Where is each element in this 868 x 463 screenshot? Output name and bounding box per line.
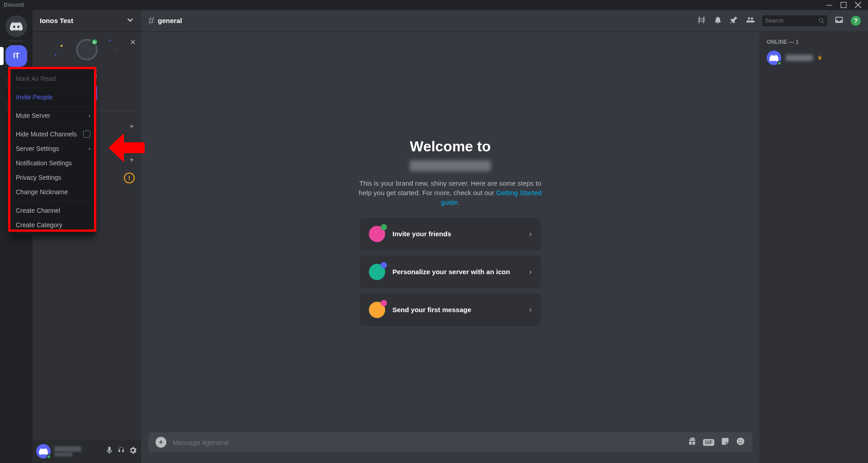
- card-label: Invite your friends: [392, 230, 522, 238]
- maximize-button[interactable]: [837, 0, 850, 10]
- attach-plus-icon[interactable]: +: [156, 437, 166, 448]
- server-initials: IT: [13, 52, 19, 60]
- server-owner-crown-icon: ♛: [817, 55, 822, 61]
- welcome-server-name: [410, 160, 491, 171]
- welcome-card-personalize[interactable]: Personalize your server with an icon ›: [360, 256, 541, 288]
- hash-icon: #: [148, 14, 154, 27]
- chevron-right-icon: ›: [89, 145, 90, 152]
- welcome-description: This is your brand new, shiny server. He…: [355, 178, 545, 207]
- menu-mute-server[interactable]: Mute Server›: [11, 108, 95, 123]
- menu-separator: [15, 125, 91, 125]
- menu-separator: [15, 106, 91, 107]
- user-panel: [33, 440, 141, 463]
- gif-icon[interactable]: GIF: [703, 439, 714, 446]
- close-icon[interactable]: ×: [130, 37, 136, 47]
- window-controls: [823, 0, 868, 10]
- user-name: [54, 446, 81, 452]
- invite-friends-icon: [369, 226, 385, 242]
- search-box[interactable]: [762, 15, 827, 26]
- menu-server-settings[interactable]: Server Settings›: [11, 141, 95, 156]
- svg-point-4: [741, 440, 742, 441]
- menu-separator: [15, 88, 91, 88]
- search-input[interactable]: [765, 17, 818, 24]
- chevron-down-icon: [127, 16, 134, 25]
- welcome-card-invite[interactable]: Invite your friends ›: [360, 218, 541, 250]
- chevron-right-icon: ›: [529, 230, 532, 238]
- server-ionos-test[interactable]: IT: [5, 45, 27, 67]
- gift-icon[interactable]: [688, 437, 697, 448]
- inbox-icon[interactable]: [835, 15, 844, 26]
- emoji-icon[interactable]: [736, 437, 745, 448]
- user-name-block[interactable]: [54, 446, 105, 456]
- add-channel-icon[interactable]: +: [130, 122, 134, 131]
- member-item[interactable]: ♛: [763, 49, 864, 67]
- plus-badge-icon: +: [90, 38, 99, 46]
- add-channel-icon[interactable]: +: [130, 156, 134, 164]
- sticker-icon[interactable]: [721, 437, 730, 448]
- chat-area: Welcome to This is your brand new, shiny…: [141, 32, 760, 463]
- server-separator: [9, 41, 24, 42]
- members-sidebar: ONLINE — 1 ♛: [760, 32, 868, 463]
- menu-invite-people[interactable]: Invite People: [11, 90, 95, 104]
- personalize-icon: [369, 264, 385, 280]
- help-icon[interactable]: ?: [851, 16, 861, 26]
- threads-icon[interactable]: [697, 15, 706, 26]
- menu-separator: [15, 201, 91, 201]
- chevron-right-icon: ›: [529, 306, 532, 314]
- minimize-button[interactable]: [823, 0, 835, 10]
- card-label: Personalize your server with an icon: [392, 268, 522, 276]
- app-title: Discord: [4, 2, 24, 8]
- checkbox-icon: [83, 131, 90, 138]
- svg-point-2: [737, 438, 745, 445]
- menu-notification-settings[interactable]: Notification Settings: [11, 156, 95, 170]
- chevron-right-icon: ›: [89, 112, 90, 119]
- user-avatar[interactable]: [36, 444, 51, 458]
- members-online-header: ONLINE — 1: [763, 39, 864, 49]
- message-input-bar: + GIF: [148, 432, 752, 452]
- menu-hide-muted-channels[interactable]: Hide Muted Channels: [11, 127, 95, 141]
- member-name: [786, 55, 813, 61]
- member-avatar: [767, 51, 781, 65]
- channel-header: # general ?: [141, 10, 868, 32]
- channel-title: general: [158, 17, 182, 24]
- pinned-icon[interactable]: [730, 15, 739, 26]
- settings-gear-icon[interactable]: [128, 446, 137, 457]
- message-input[interactable]: [173, 439, 681, 446]
- svg-point-3: [739, 440, 740, 441]
- first-message-icon: [369, 302, 385, 318]
- deafen-icon[interactable]: [117, 446, 126, 457]
- svg-rect-1: [841, 2, 846, 8]
- welcome-screen: Welcome to This is your brand new, shiny…: [141, 32, 760, 432]
- warning-badge-icon: [124, 173, 135, 183]
- mute-mic-icon[interactable]: [105, 446, 114, 457]
- svg-rect-0: [826, 5, 832, 5]
- welcome-title: Welcome to: [410, 138, 491, 155]
- user-discriminator: [54, 453, 72, 456]
- main-content: # general ? Welcome to: [141, 10, 868, 463]
- welcome-card-message[interactable]: Send your first message ›: [360, 294, 541, 326]
- server-context-menu: Mark As Read Invite People Mute Server› …: [11, 69, 95, 235]
- home-button[interactable]: [5, 15, 27, 37]
- members-icon[interactable]: [746, 15, 755, 26]
- menu-create-category[interactable]: Create Category: [11, 218, 95, 232]
- menu-privacy-settings[interactable]: Privacy Settings: [11, 170, 95, 185]
- menu-mark-as-read[interactable]: Mark As Read: [11, 71, 95, 86]
- close-button[interactable]: [852, 0, 864, 10]
- menu-create-channel[interactable]: Create Channel: [11, 203, 95, 218]
- menu-change-nickname[interactable]: Change Nickname: [11, 185, 95, 199]
- server-avatar-placeholder[interactable]: +: [76, 39, 98, 61]
- chevron-right-icon: ›: [529, 268, 532, 276]
- search-icon: [818, 17, 825, 24]
- card-label: Send your first message: [392, 306, 522, 313]
- status-online-icon: [777, 61, 782, 65]
- server-name: Ionos Test: [40, 17, 127, 24]
- server-header[interactable]: Ionos Test: [33, 10, 141, 32]
- notifications-bell-icon[interactable]: [713, 15, 722, 26]
- titlebar: Discord: [0, 0, 868, 10]
- status-online-icon: [47, 454, 51, 459]
